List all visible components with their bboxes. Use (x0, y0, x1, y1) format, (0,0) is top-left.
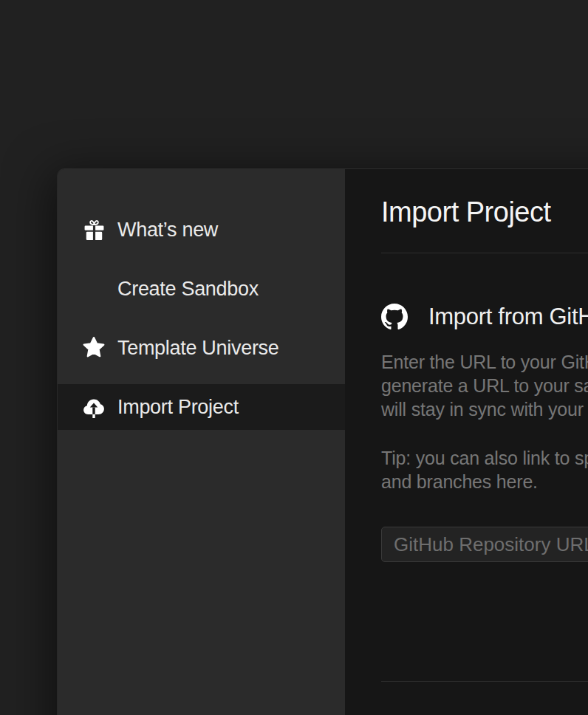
sidebar-item-label: What’s new (117, 219, 218, 242)
import-project-panel: Import Project Import from GitHub Enter … (345, 169, 588, 715)
github-section-title: Import from GitHub (428, 304, 588, 330)
modal-sidebar: What’s new Create Sandbox Template Unive… (58, 169, 345, 715)
github-section-tip: Tip: you can also link to specific files… (381, 446, 588, 493)
description-line: Enter the URL to your GitHub repository … (381, 350, 588, 374)
sidebar-item-whats-new[interactable]: What’s new (58, 207, 345, 253)
sidebar-item-label: Template Universe (117, 337, 279, 360)
cloud-upload-icon (81, 393, 107, 421)
sidebar-item-label: Create Sandbox (117, 278, 259, 301)
sidebar-item-import-project[interactable]: Import Project (58, 384, 345, 430)
empty-icon-placeholder (81, 275, 107, 303)
create-sandbox-modal: What’s new Create Sandbox Template Unive… (57, 168, 588, 715)
header-divider (381, 253, 588, 253)
section-divider (381, 681, 588, 682)
github-section-header: Import from GitHub (381, 304, 588, 330)
github-icon (381, 304, 408, 330)
tip-line: Tip: you can also link to specific files (381, 446, 588, 470)
sidebar-item-label: Import Project (117, 396, 239, 419)
github-repository-url-input[interactable] (381, 527, 588, 562)
github-section-description: Enter the URL to your GitHub repository … (381, 350, 588, 421)
tip-line: and branches here. (381, 470, 588, 493)
page-title: Import Project (381, 197, 588, 227)
sidebar-item-create-sandbox[interactable]: Create Sandbox (58, 266, 345, 312)
sidebar-item-template-universe[interactable]: Template Universe (58, 325, 345, 371)
description-line: will stay in sync with your repository. (381, 397, 588, 421)
star-icon (81, 334, 107, 362)
gift-icon (81, 216, 107, 244)
description-line: generate a URL to your sandbox. The sand… (381, 374, 588, 397)
